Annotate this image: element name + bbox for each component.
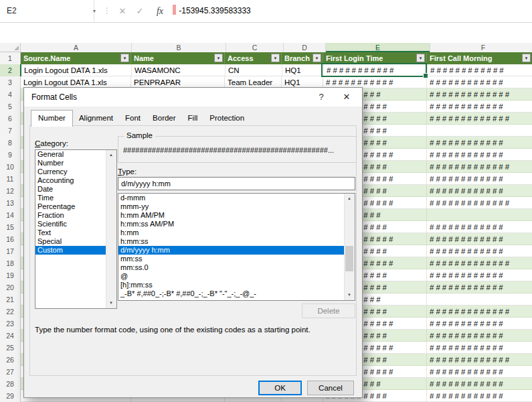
tab-alignment[interactable]: Alignment [73, 111, 119, 127]
cell-F16[interactable]: ############ [427, 233, 532, 245]
type-option-4[interactable]: h:mm [118, 228, 345, 237]
row-header-25[interactable]: 25 [0, 342, 21, 354]
scroll-down-icon[interactable]: ▼ [106, 298, 116, 308]
type-option-7[interactable]: mm:ss [118, 255, 345, 263]
cell-F19[interactable]: ############ [427, 269, 532, 281]
category-item-number[interactable]: Number [35, 159, 106, 168]
category-item-scientific[interactable]: Scientific [35, 220, 106, 228]
type-option-8[interactable]: mm:ss.0 [118, 263, 345, 272]
cell-F17[interactable]: ############ [427, 245, 532, 257]
column-header-D[interactable]: D [284, 43, 326, 53]
cell-F25[interactable]: ############ [427, 342, 532, 354]
column-header-A[interactable]: A [21, 43, 132, 53]
cell-F4[interactable]: ############# [427, 88, 532, 100]
row-header-11[interactable]: 11 [0, 173, 21, 186]
cell-F2[interactable]: ############ [428, 64, 532, 76]
type-option-10[interactable]: [h]:mm:ss [118, 281, 345, 289]
cell-A2[interactable]: Login Logout DATA 1.xls [21, 64, 132, 76]
type-option-1[interactable]: mmm-yy [118, 202, 345, 211]
formula-input[interactable]: -153945.339583333 [173, 0, 532, 22]
scroll-up-icon[interactable]: ▲ [345, 194, 354, 204]
row-header-22[interactable]: 22 [0, 306, 21, 318]
cell-F21[interactable] [427, 293, 532, 306]
row-header-13[interactable]: 13 [0, 197, 21, 210]
filter-dropdown-icon[interactable]: ▼ [313, 54, 321, 62]
table-header-cell-C[interactable]: Access▼ [225, 52, 282, 64]
formula-enter-icon[interactable]: ✓ [131, 0, 149, 22]
table-header-cell-A[interactable]: Source.Name▼ [21, 52, 131, 64]
cell-F8[interactable]: ############ [427, 137, 532, 149]
table-header-cell-E[interactable]: First Login Time▼ [323, 52, 427, 64]
row-header-18[interactable]: 18 [0, 257, 21, 270]
cell-F12[interactable]: ############ [427, 185, 532, 197]
tab-fill[interactable]: Fill [182, 111, 204, 127]
cell-C2[interactable]: CN [226, 64, 282, 76]
category-list-scrollbar[interactable]: ▲ ▼ [106, 150, 116, 308]
scroll-up-icon[interactable]: ▲ [106, 150, 116, 160]
category-item-fraction[interactable]: Fraction [35, 211, 106, 220]
row-header-7[interactable]: 7 [0, 125, 21, 137]
row-header-12[interactable]: 12 [0, 185, 21, 198]
dialog-title-bar[interactable]: Format Cells ? ✕ [24, 88, 362, 107]
name-box[interactable]: E2 [0, 0, 94, 22]
cell-F10[interactable]: ############# [427, 161, 532, 173]
cell-F18[interactable]: ############# [427, 257, 532, 269]
category-item-currency[interactable]: Currency [35, 168, 106, 176]
cell-F20[interactable]: ############ [427, 281, 532, 293]
delete-button[interactable]: Delete [302, 304, 355, 318]
row-header-29[interactable]: 29 [0, 390, 21, 402]
category-item-text[interactable]: Text [35, 228, 106, 237]
row-header-19[interactable]: 19 [0, 269, 21, 282]
ok-button[interactable]: OK [258, 381, 302, 395]
formula-cancel-icon[interactable]: ✕ [114, 0, 131, 22]
table-header-cell-D[interactable]: Branch▼ [282, 52, 323, 64]
cell-F23[interactable]: ############ [427, 318, 532, 330]
type-option-11[interactable]: _-B* #,##0_-;-B* #,##0_-;_-B* "-"_-;_-@_… [118, 289, 345, 298]
type-option-3[interactable]: h:mm:ss AM/PM [118, 220, 345, 228]
row-header-6[interactable]: 6 [0, 113, 21, 125]
dialog-help-icon[interactable]: ? [310, 88, 333, 107]
type-option-0[interactable]: d-mmm [118, 194, 345, 202]
row-header-3[interactable]: 3 [0, 76, 21, 89]
row-header-5[interactable]: 5 [0, 100, 21, 113]
type-option-5[interactable]: h:mm:ss [118, 237, 345, 246]
cancel-button[interactable]: Cancel [307, 381, 354, 395]
column-header-B[interactable]: B [132, 43, 226, 53]
category-item-date[interactable]: Date [35, 185, 106, 194]
tab-number[interactable]: Number [31, 110, 73, 127]
cell-D2[interactable]: HQ1 [282, 64, 324, 76]
row-header-10[interactable]: 10 [0, 161, 21, 174]
row-header-2[interactable]: 2 [0, 64, 21, 77]
cell-B2[interactable]: WASAMONC [132, 64, 226, 76]
column-header-E[interactable]: E [326, 43, 430, 53]
cell-F13[interactable]: ############# [427, 197, 532, 209]
tab-protection[interactable]: Protection [203, 111, 250, 127]
scroll-down-icon[interactable]: ▼ [345, 290, 354, 300]
table-header-cell-F[interactable]: First Call Morning▼ [427, 52, 532, 64]
row-header-17[interactable]: 17 [0, 245, 21, 258]
insert-function-icon[interactable]: fx [150, 0, 170, 22]
row-header-1[interactable]: 1 [0, 52, 21, 65]
filter-dropdown-icon[interactable]: ▼ [214, 54, 223, 62]
cell-F14[interactable] [427, 209, 532, 221]
cell-F29[interactable]: ############ [427, 390, 532, 402]
row-header-4[interactable]: 4 [0, 88, 21, 101]
row-header-16[interactable]: 16 [0, 233, 21, 246]
row-header-28[interactable]: 28 [0, 378, 21, 391]
category-item-accounting[interactable]: Accounting [35, 176, 106, 185]
category-item-time[interactable]: Time [35, 194, 106, 202]
cell-E2[interactable]: ########### [324, 64, 428, 76]
cell-F22[interactable]: ############# [427, 306, 532, 318]
filter-dropdown-icon[interactable]: ▼ [271, 54, 280, 62]
row-header-8[interactable]: 8 [0, 137, 21, 149]
row-header-15[interactable]: 15 [0, 221, 21, 234]
type-option-2[interactable]: h:mm AM/PM [118, 211, 345, 220]
category-item-general[interactable]: General [35, 150, 106, 159]
type-option-9[interactable]: @ [118, 272, 345, 281]
category-item-percentage[interactable]: Percentage [35, 202, 106, 211]
scrollbar-thumb[interactable] [345, 246, 353, 271]
row-header-26[interactable]: 26 [0, 354, 21, 366]
cell-F26[interactable]: ############# [427, 354, 532, 366]
category-item-custom[interactable]: Custom [35, 246, 106, 255]
tab-border[interactable]: Border [147, 111, 182, 127]
